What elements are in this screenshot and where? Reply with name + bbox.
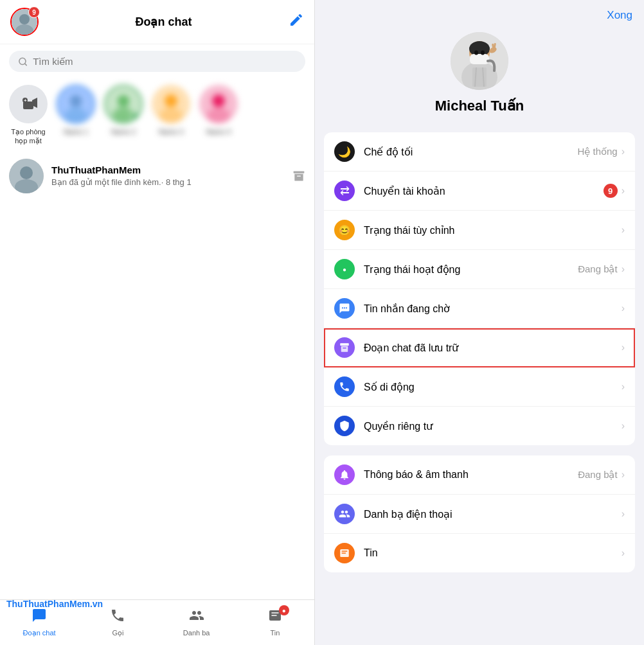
chevron-icon: › (622, 146, 625, 157)
svg-text:+: + (24, 98, 27, 103)
page-title: Đoạn chat (39, 15, 289, 29)
privacy-icon (334, 416, 355, 436)
nav-doan-chat[interactable]: Đoạn chat (0, 605, 78, 640)
svg-point-38 (342, 307, 343, 308)
left-panel: 9 Đoạn chat + Tạo phòng họp m (0, 0, 315, 645)
custom-status-icon: 😊 (334, 220, 355, 240)
menu-item-archived-chat[interactable]: Đoạn chat đã lưu trữ › (324, 328, 635, 367)
pending-msg-icon (334, 298, 355, 319)
chevron-icon-11: › (622, 547, 625, 559)
mobile-icon (334, 376, 355, 397)
menu-item-notifications[interactable]: Thông báo & âm thanh Đang bật › (324, 455, 635, 495)
svg-point-34 (481, 51, 485, 55)
menu-item-tin[interactable]: Tin › (324, 534, 635, 572)
call-nav-icon (110, 608, 125, 627)
switch-account-icon: ⇄ (334, 181, 355, 201)
bottom-nav: Đoạn chat Gọi Danh ba ● Tin (0, 599, 314, 645)
story-item-4[interactable]: Name 4 (199, 85, 238, 136)
svg-point-18 (212, 94, 225, 107)
phone-contacts-icon (334, 504, 355, 524)
chevron-icon-7: › (622, 381, 625, 393)
svg-point-19 (207, 108, 230, 123)
chat-name: ThuThuatPhanMem (51, 164, 285, 175)
story-item-3[interactable]: Name 3 (152, 85, 190, 136)
nav-label-call: Gọi (112, 629, 123, 637)
svg-point-16 (159, 108, 183, 123)
chat-nav-icon (31, 608, 47, 627)
menu-item-phone-contacts[interactable]: Danh bạ điện thoại › (324, 495, 635, 534)
nav-label-chat: Đoạn chat (23, 629, 56, 637)
story-avatar-4 (199, 85, 238, 123)
svg-point-40 (346, 307, 347, 308)
svg-point-21 (20, 166, 33, 179)
svg-point-1 (19, 14, 30, 24)
menu-label-privacy: Quyền riêng tư (364, 420, 622, 432)
profile-avatar (451, 32, 508, 90)
compose-button[interactable] (289, 12, 304, 31)
svg-point-15 (165, 94, 177, 107)
chat-info: ThuThuatPhanMem Bạn đã gửi một file đính… (51, 164, 285, 187)
chat-avatar (9, 159, 44, 193)
tin-badge: ● (279, 605, 289, 615)
chevron-icon-5: › (622, 303, 625, 314)
story-item-2[interactable]: Name 2 (104, 85, 143, 136)
search-bar[interactable] (9, 51, 305, 72)
menu-item-custom-status[interactable]: 😊 Trạng thái tùy chỉnh › (324, 211, 635, 250)
svg-point-39 (344, 307, 345, 308)
active-status-icon: ● (334, 259, 355, 279)
menu-value-dark-mode: Hệ thống (577, 146, 617, 157)
chat-item[interactable]: ThuThuatPhanMem Bạn đã gửi một file đính… (0, 152, 314, 200)
chevron-icon-9: › (622, 469, 625, 481)
nav-call[interactable]: Gọi (78, 605, 157, 640)
svg-point-33 (474, 51, 478, 55)
create-room-item[interactable]: + Tạo phòng họp mặt (9, 85, 48, 146)
menu-label-phone-contacts: Danh bạ điện thoại (364, 508, 622, 520)
menu-item-active-status[interactable]: ● Trạng thái hoạt động Đang bật › (324, 250, 635, 289)
menu-section-2: Thông báo & âm thanh Đang bật › Danh bạ … (324, 455, 635, 572)
switch-account-badge: 9 (604, 184, 618, 198)
story-item-1[interactable]: Name 1 (57, 85, 95, 136)
search-input[interactable] (33, 56, 296, 67)
menu-item-mobile[interactable]: Số di động › (324, 367, 635, 407)
svg-point-9 (70, 95, 82, 107)
menu-label-pending-msg: Tin nhắn đang chờ (364, 303, 622, 315)
story-avatar-1 (57, 85, 95, 123)
menu-item-pending-msg[interactable]: Tin nhắn đang chờ › (324, 289, 635, 328)
chevron-icon-4: › (622, 263, 625, 275)
menu-label-mobile: Số di động (364, 381, 622, 393)
stories-row: + Tạo phòng họp mặt Name 1 Name 2 Name 3 (0, 78, 314, 152)
nav-tin[interactable]: ● Tin (236, 605, 314, 640)
left-header: 9 Đoạn chat (0, 0, 314, 44)
menu-label-notifications: Thông báo & âm thanh (364, 469, 578, 481)
archived-chat-icon (334, 337, 355, 358)
svg-rect-32 (470, 54, 489, 64)
story-label-3: Name 3 (159, 127, 184, 136)
menu-section-1: 🌙 Chế độ tối Hệ thống › ⇄ Chuyển tài kho… (324, 132, 635, 445)
chat-meta (292, 170, 305, 182)
menu-item-privacy[interactable]: Quyền riêng tư › (324, 407, 635, 445)
right-header: Xong (315, 0, 644, 26)
menu-label-tin: Tin (364, 547, 622, 559)
menu-value-notifications: Đang bật (578, 469, 618, 481)
nav-contacts[interactable]: Danh ba (157, 605, 236, 640)
svg-rect-23 (294, 171, 305, 173)
menu-item-switch-account[interactable]: ⇄ Chuyển tài khoản 9 › (324, 172, 635, 211)
menu-label-custom-status: Trạng thái tùy chỉnh (364, 224, 622, 236)
contacts-nav-icon (189, 608, 204, 627)
menu-label-switch-account: Chuyển tài khoản (364, 185, 604, 197)
avatar-container[interactable]: 9 (10, 8, 39, 36)
story-label-4: Name 4 (206, 127, 231, 136)
done-button[interactable]: Xong (607, 9, 632, 22)
profile-section: Micheal Tuấn (315, 26, 644, 127)
svg-rect-41 (340, 343, 349, 346)
chevron-icon-2: › (622, 185, 625, 197)
svg-point-10 (65, 108, 87, 122)
create-room-label: Tạo phòng họp mặt (11, 127, 45, 146)
story-label-2: Name 2 (111, 127, 136, 136)
chevron-icon-8: › (622, 420, 625, 432)
chevron-icon-3: › (622, 224, 625, 236)
menu-value-active-status: Đang bật (578, 263, 618, 275)
story-avatar-3 (152, 85, 190, 123)
menu-item-dark-mode[interactable]: 🌙 Chế độ tối Hệ thống › (324, 132, 635, 172)
profile-name: Micheal Tuấn (435, 98, 524, 114)
